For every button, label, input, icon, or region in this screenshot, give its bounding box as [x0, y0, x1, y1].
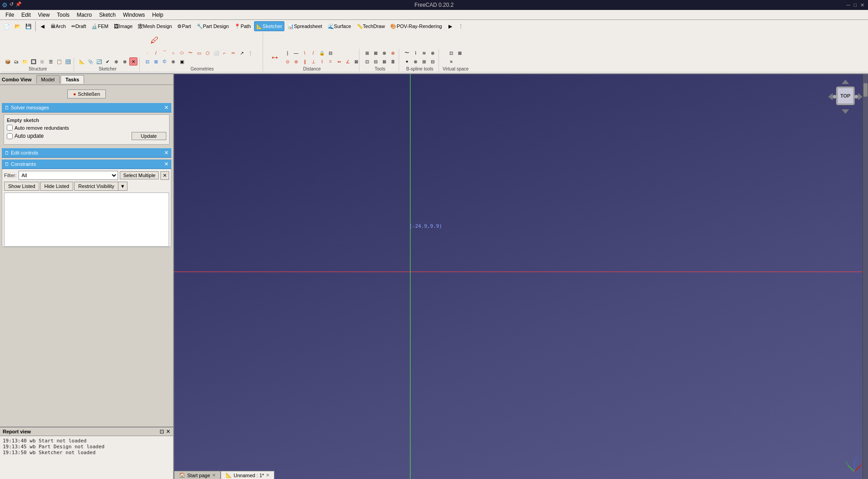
- tool-icon-3[interactable]: ⊗: [380, 49, 388, 57]
- wb-mesh-design[interactable]: 🕸 Mesh Design: [136, 21, 174, 31]
- toolbar-nav-left[interactable]: ◀: [38, 21, 47, 31]
- reorient-icon[interactable]: 🔄: [95, 57, 103, 66]
- constrain-block-icon[interactable]: ⊟: [326, 49, 335, 57]
- tab-unnamed[interactable]: 📐 Unnamed : 1* ✕: [221, 471, 274, 479]
- fillet-icon[interactable]: ⌐: [221, 49, 229, 57]
- viewport-scrollbar-v[interactable]: [863, 74, 868, 479]
- vs-tool-2[interactable]: ⊠: [456, 49, 464, 57]
- polyline-icon[interactable]: 🖊: [143, 32, 166, 48]
- structure-icon-5[interactable]: ☰: [47, 57, 55, 66]
- tab-model[interactable]: Model: [36, 75, 60, 84]
- bspline-tool-8[interactable]: ⊟: [429, 57, 437, 66]
- body-icon[interactable]: 🗂: [12, 57, 20, 66]
- validate-icon[interactable]: ✔: [104, 57, 112, 66]
- perpendicular-icon[interactable]: ⊥: [309, 57, 317, 66]
- unnamed-close[interactable]: ✕: [266, 473, 269, 478]
- tool-icon-5[interactable]: ⊡: [363, 57, 371, 66]
- menu-tools[interactable]: Tools: [53, 11, 73, 19]
- menu-macro[interactable]: Macro: [73, 11, 95, 19]
- maximize-button[interactable]: □: [854, 2, 857, 8]
- tool-icon-1[interactable]: ⊞: [363, 49, 371, 57]
- constrain-lock-icon[interactable]: 🔒: [318, 49, 326, 57]
- point-on-obj-icon[interactable]: ⊚: [292, 57, 300, 66]
- polygon-icon[interactable]: ⬡: [203, 49, 212, 57]
- show-listed-button[interactable]: Show Listed: [4, 182, 39, 191]
- new-sketch-icon[interactable]: 📐: [78, 57, 86, 66]
- close-button[interactable]: ✕: [860, 2, 864, 8]
- tool-icon-4[interactable]: ⊕: [389, 49, 397, 57]
- wb-arch[interactable]: 🏛 Arch: [48, 21, 68, 31]
- construction-icon[interactable]: ⊞: [152, 57, 160, 66]
- select-multiple-button[interactable]: Select Multiple: [120, 171, 159, 179]
- menu-windows[interactable]: Windows: [119, 11, 149, 19]
- filter-select[interactable]: All Normal Construction External: [19, 171, 118, 180]
- tab-start-page[interactable]: 🏠 Start page ✕: [174, 471, 221, 479]
- fix-h-icon[interactable]: |: [283, 49, 292, 57]
- point-icon[interactable]: ·: [143, 49, 151, 57]
- open-file-button[interactable]: 📂: [13, 21, 23, 31]
- distance-icon[interactable]: ↔: [267, 49, 283, 66]
- vs-tool-1[interactable]: ⊡: [447, 49, 455, 57]
- create-part-icon[interactable]: 📁: [21, 57, 29, 66]
- schliessen-button[interactable]: ● Schließen: [67, 89, 106, 99]
- bspline-tool-6[interactable]: ⊗: [411, 57, 420, 66]
- toolbar-nav-right[interactable]: ▶: [445, 21, 455, 31]
- symmetric-icon[interactable]: ⇔: [335, 57, 343, 66]
- viewport[interactable]: (-24.9,9.9) TOP X: [174, 74, 868, 479]
- tool-icon-8[interactable]: ≣: [389, 57, 397, 66]
- toolbar-collapse[interactable]: ⋮: [456, 21, 466, 31]
- restrict-visibility-button[interactable]: Restrict Visibility: [75, 182, 118, 190]
- save-file-button[interactable]: 💾: [24, 21, 33, 31]
- dist-v-icon[interactable]: /: [309, 49, 317, 57]
- wb-povray[interactable]: 🎨 POV-Ray-Rendering: [388, 21, 444, 31]
- wb-image[interactable]: 🖼 Image: [112, 21, 135, 31]
- bspline-tool-5[interactable]: ✦: [403, 57, 411, 66]
- mirror-icon[interactable]: ⊗: [121, 57, 129, 66]
- external-icon[interactable]: ⊡: [143, 57, 151, 66]
- menu-view[interactable]: View: [34, 11, 53, 19]
- hide-listed-button[interactable]: Hide Listed: [40, 182, 73, 191]
- bspline-tool-7[interactable]: ⊞: [420, 57, 428, 66]
- menu-edit[interactable]: Edit: [18, 11, 34, 19]
- parallel-icon[interactable]: ∥: [301, 57, 309, 66]
- ellipse-icon[interactable]: ⬭: [178, 49, 186, 57]
- wb-sketcher[interactable]: 📐 Sketcher: [254, 21, 284, 31]
- nav-cube[interactable]: TOP: [827, 79, 863, 115]
- leave-icon[interactable]: ✕: [129, 57, 137, 66]
- trim-icon[interactable]: ✂: [229, 49, 237, 57]
- structure-icon-7[interactable]: 🔣: [64, 57, 72, 66]
- update-button[interactable]: Update: [132, 132, 166, 140]
- tab-tasks[interactable]: Tasks: [61, 75, 84, 84]
- bspline-icon[interactable]: 〜: [186, 49, 194, 57]
- coin-icon[interactable]: ⊙: [283, 57, 292, 66]
- constraints-close-button[interactable]: ✕: [164, 161, 169, 167]
- bspline-tool-1[interactable]: 〜: [403, 49, 411, 57]
- line-icon[interactable]: /: [152, 49, 160, 57]
- solver-close-button[interactable]: ✕: [164, 104, 169, 111]
- tool-icon-2[interactable]: ⊠: [372, 49, 380, 57]
- rect-icon[interactable]: ▭: [195, 49, 203, 57]
- auto-update-checkbox[interactable]: [7, 133, 13, 139]
- bspline-tool-4[interactable]: ⊕: [429, 49, 437, 57]
- wb-surface[interactable]: 🌊 Surface: [326, 21, 354, 31]
- bspline-tool-2[interactable]: ⌇: [411, 49, 420, 57]
- split-icon[interactable]: ⋮: [246, 49, 255, 57]
- new-file-button[interactable]: 📄: [2, 21, 12, 31]
- wb-part[interactable]: ⚙ Part: [175, 21, 193, 31]
- carbon-copy-icon[interactable]: ©: [160, 57, 169, 66]
- tool-icon-6[interactable]: ⊟: [372, 57, 380, 66]
- equal-icon[interactable]: =: [326, 57, 335, 66]
- menu-sketch[interactable]: Sketch: [95, 11, 119, 19]
- slot-icon[interactable]: ⬜: [212, 49, 220, 57]
- merge-icon[interactable]: ⊕: [112, 57, 120, 66]
- toggle-construct-icon[interactable]: ▣: [178, 57, 186, 66]
- restrict-visibility-dropdown-button[interactable]: ▼: [118, 182, 127, 190]
- menu-help[interactable]: Help: [149, 11, 167, 19]
- vs-tool-3[interactable]: ≡: [447, 57, 455, 66]
- report-close-button[interactable]: ✕: [166, 428, 170, 435]
- edit-controls-close-button[interactable]: ✕: [164, 150, 169, 156]
- group-icon[interactable]: 🔲: [29, 57, 38, 66]
- start-page-close[interactable]: ✕: [212, 473, 216, 478]
- filter-clear-button[interactable]: ✕: [160, 171, 169, 180]
- part-icon[interactable]: 📦: [4, 57, 12, 66]
